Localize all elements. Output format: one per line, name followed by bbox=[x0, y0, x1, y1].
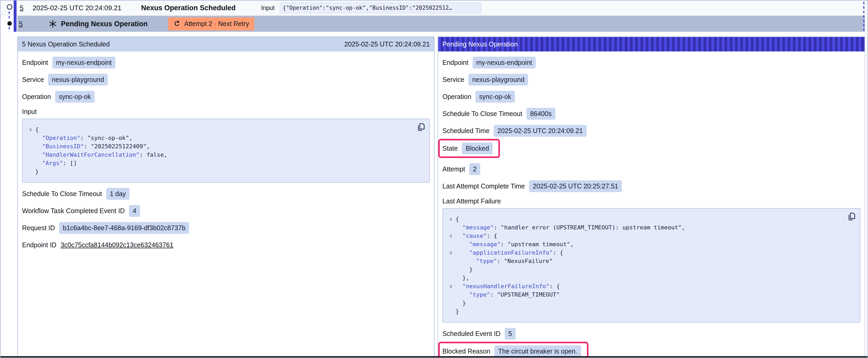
field-endpoint: Endpointmy-nexus-endpoint bbox=[22, 57, 430, 68]
code-gutter bbox=[446, 274, 456, 282]
code-line: "BusinessID": "20250225122409", bbox=[26, 142, 413, 151]
field-value-chip: 5 bbox=[505, 328, 516, 339]
field-label: Workflow Task Completed Event ID bbox=[22, 207, 125, 215]
field-value-chip: Blocked bbox=[462, 142, 493, 154]
field-value-chip: sync-op-ok bbox=[55, 91, 95, 103]
field-value-chip: 86400s bbox=[526, 108, 555, 120]
pending-event-id-link[interactable]: 5 bbox=[19, 20, 23, 28]
code-line: } bbox=[26, 167, 413, 176]
field-request-id: Request IDb1c6a4bc-8ee7-468a-9169-df3b02… bbox=[22, 222, 430, 234]
code-line: ∨{ bbox=[26, 126, 413, 134]
collapse-chevron-icon[interactable]: ∨ bbox=[446, 215, 456, 223]
field-operation: Operationsync-op-ok bbox=[442, 91, 860, 103]
input-json-viewer: ∨{"Operation": "sync-op-ok","BusinessID"… bbox=[22, 119, 430, 183]
code-line: } bbox=[446, 299, 844, 307]
copy-icon[interactable] bbox=[417, 122, 426, 132]
right-fields-bottom: Scheduled Event ID5Blocked ReasonThe cir… bbox=[442, 328, 860, 358]
attempt-retry-label: Attempt 2 · Next Retry bbox=[184, 20, 249, 28]
code-line: } bbox=[446, 307, 844, 316]
collapse-chevron-icon[interactable]: ∨ bbox=[446, 232, 456, 240]
field-blocked-reason: Blocked ReasonThe circuit breaker is ope… bbox=[442, 344, 581, 358]
event-row-nexus-operation-scheduled[interactable]: 5 2025-02-25 UTC 20:24:09.21 Nexus Opera… bbox=[1, 1, 865, 15]
field-state: StateBlocked bbox=[442, 141, 493, 156]
failure-code-lines: ∨{"message": "handler error (UPSTREAM_TI… bbox=[446, 215, 844, 316]
last-attempt-failure-label: Last Attempt Failure bbox=[442, 197, 860, 205]
timeline-event-circle-icon bbox=[7, 4, 12, 10]
field-value-chip: sync-op-ok bbox=[475, 91, 515, 103]
code-line: "HandlerWaitForCancellation": false, bbox=[26, 151, 413, 159]
retry-icon bbox=[174, 20, 181, 27]
field-label: Schedule To Close Timeout bbox=[442, 110, 522, 118]
left-fields-bottom: Schedule To Close Timeout1 dayWorkflow T… bbox=[22, 188, 430, 251]
collapse-chevron-icon[interactable]: ∨ bbox=[446, 282, 456, 291]
copy-icon[interactable] bbox=[847, 212, 856, 221]
field-label: Blocked Reason bbox=[442, 348, 490, 355]
code-line: "message": "upstream timeout", bbox=[446, 240, 844, 249]
event-id-link[interactable]: 5 bbox=[20, 4, 23, 12]
window-bottom-edge bbox=[1, 356, 867, 357]
field-label: Service bbox=[442, 76, 464, 84]
field-schedule-to-close-timeout: Schedule To Close Timeout86400s bbox=[442, 108, 860, 120]
pending-operation-title: Pending Nexus Operation bbox=[61, 20, 148, 28]
event-input-preview-chip[interactable]: {"Operation":"sync-op-ok","BusinessID":"… bbox=[280, 2, 481, 13]
event-detail-panel: 5 Nexus Operation Scheduled 2025-02-25 U… bbox=[17, 36, 435, 358]
field-endpoint-id: Endpoint ID3c0c75ccfa8144b092c13ce632463… bbox=[22, 239, 430, 251]
field-label: Last Attempt Complete Time bbox=[442, 183, 525, 190]
field-label: Scheduled Event ID bbox=[442, 330, 500, 337]
code-line: } bbox=[446, 265, 844, 274]
field-label: Schedule To Close Timeout bbox=[22, 190, 102, 198]
field-value-chip: 2025-02-25 UTC 20:24:09.21 bbox=[494, 125, 586, 137]
field-value-chip: 1 day bbox=[106, 188, 129, 200]
code-gutter bbox=[26, 142, 35, 151]
field-label: Endpoint bbox=[22, 59, 48, 66]
left-fields-top: Endpointmy-nexus-endpointServicenexus-pl… bbox=[22, 57, 430, 103]
code-gutter bbox=[446, 257, 456, 265]
timeline-current-dot-icon bbox=[7, 21, 12, 26]
pending-operation-row[interactable]: 5 Pending Nexus Operation Attempt 2 · Ne… bbox=[17, 16, 865, 32]
code-line: "Args": [] bbox=[26, 159, 413, 167]
nexus-asterisk-icon bbox=[49, 20, 57, 28]
code-line: ∨"cause": { bbox=[446, 232, 844, 240]
field-endpoint: Endpointmy-nexus-endpoint bbox=[442, 57, 860, 68]
field-label: Operation bbox=[442, 93, 471, 100]
event-history-screen: 5 2025-02-25 UTC 20:24:09.21 Nexus Opera… bbox=[0, 0, 868, 358]
field-label: State bbox=[442, 144, 458, 152]
field-value-chip: my-nexus-endpoint bbox=[52, 57, 116, 68]
event-detail-header-timestamp: 2025-02-25 UTC 20:24:09.21 bbox=[344, 40, 430, 48]
input-section-label: Input bbox=[22, 108, 430, 116]
event-input-label: Input bbox=[261, 4, 275, 11]
annotation-highlight-box: StateBlocked bbox=[438, 139, 500, 158]
code-gutter bbox=[26, 151, 35, 159]
vertical-scrollbar[interactable] bbox=[865, 1, 867, 357]
field-value-chip: 2025-02-25 UTC 20:25:27.51 bbox=[529, 180, 622, 192]
collapse-chevron-icon[interactable]: ∨ bbox=[446, 249, 456, 257]
event-detail-header-title: 5 Nexus Operation Scheduled bbox=[22, 40, 110, 48]
pending-operation-panel: Pending Nexus Operation Endpointmy-nexus… bbox=[438, 36, 865, 358]
code-line: "Operation": "sync-op-ok", bbox=[26, 134, 413, 142]
code-gutter bbox=[446, 299, 456, 307]
attempt-retry-badge: Attempt 2 · Next Retry bbox=[168, 17, 254, 30]
code-line: "message": "handler error (UPSTREAM_TIME… bbox=[446, 223, 844, 232]
code-gutter bbox=[26, 159, 35, 167]
code-gutter bbox=[446, 240, 456, 249]
code-line: ∨"applicationFailureInfo": { bbox=[446, 249, 844, 257]
field-value-chip: b1c6a4bc-8ee7-468a-9169-df3b02c8737b bbox=[59, 222, 189, 234]
field-scheduled-time: Scheduled Time2025-02-25 UTC 20:24:09.21 bbox=[442, 125, 860, 137]
code-gutter bbox=[446, 291, 456, 299]
field-value-chip: nexus-playground bbox=[48, 74, 108, 86]
field-value-link[interactable]: 3c0c75ccfa8144b092c13ce632463761 bbox=[61, 239, 174, 251]
collapse-chevron-icon[interactable]: ∨ bbox=[26, 126, 35, 134]
timeline-dashed-connector bbox=[9, 27, 10, 32]
field-last-attempt-complete-time: Last Attempt Complete Time2025-02-25 UTC… bbox=[442, 180, 860, 192]
code-line: ∨{ bbox=[446, 215, 844, 223]
selected-event-accent-bar bbox=[14, 1, 17, 32]
right-fields-top: Endpointmy-nexus-endpointServicenexus-pl… bbox=[442, 57, 860, 192]
field-label: Service bbox=[22, 76, 44, 84]
field-value-chip: nexus-playground bbox=[468, 74, 528, 86]
field-service: Servicenexus-playground bbox=[442, 74, 860, 86]
annotation-highlight-box: Blocked ReasonThe circuit breaker is ope… bbox=[438, 342, 588, 358]
field-label: Request ID bbox=[22, 224, 55, 232]
field-label: Operation bbox=[22, 93, 51, 100]
code-gutter bbox=[446, 265, 456, 274]
event-detail-header: 5 Nexus Operation Scheduled 2025-02-25 U… bbox=[18, 37, 434, 52]
